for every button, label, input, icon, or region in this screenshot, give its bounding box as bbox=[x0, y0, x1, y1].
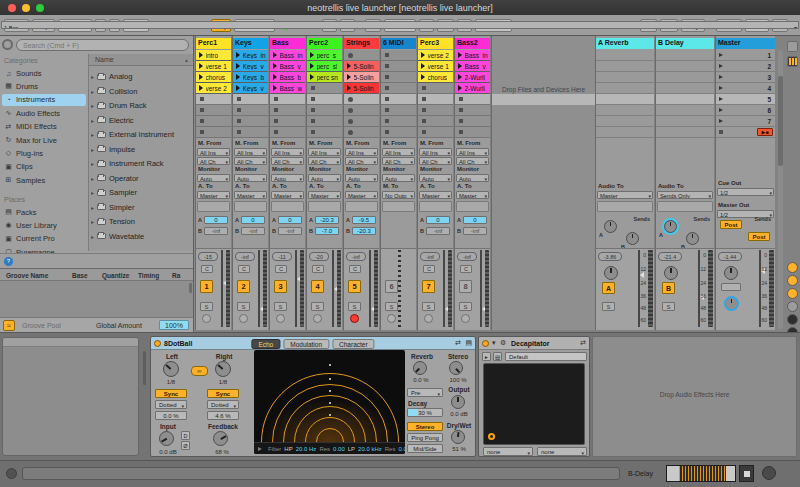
preset-prev-icon[interactable]: ▸ bbox=[482, 352, 491, 361]
send-value[interactable]: -inf bbox=[463, 227, 487, 235]
reverb-value[interactable]: 0.0 % bbox=[405, 377, 437, 383]
clip-slot[interactable]: Bass_v bbox=[270, 61, 305, 72]
clip-slot[interactable]: Bass_v bbox=[455, 61, 490, 72]
channel-routing-dropdown[interactable]: All Ch bbox=[271, 157, 304, 165]
solo-button[interactable]: S bbox=[348, 302, 361, 311]
clip-slot[interactable] bbox=[270, 127, 305, 138]
clip-stop-icon[interactable] bbox=[385, 53, 389, 57]
volume-readout[interactable]: -1.44 bbox=[718, 252, 742, 261]
right-sync-mode-dropdown[interactable]: Dotted bbox=[207, 400, 239, 409]
input-routing-dropdown[interactable]: All Ins bbox=[197, 148, 230, 156]
solo-button[interactable]: S bbox=[602, 302, 615, 311]
arm-button[interactable] bbox=[313, 314, 322, 323]
output-routing-dropdown[interactable]: No Outp bbox=[382, 191, 415, 199]
fader-handle[interactable] bbox=[640, 272, 644, 278]
track-header[interactable]: Perc2 bbox=[307, 38, 342, 49]
clip-slot[interactable] bbox=[381, 83, 416, 94]
clip-stop-icon[interactable] bbox=[385, 75, 389, 79]
clip-play-icon[interactable] bbox=[273, 52, 278, 58]
clip-stop-icon[interactable] bbox=[385, 86, 389, 90]
clip-slot[interactable] bbox=[381, 94, 416, 105]
scene-slot[interactable]: 2 bbox=[716, 61, 775, 72]
clip-slot[interactable] bbox=[344, 127, 379, 138]
clip-slot[interactable]: 5-Solin bbox=[344, 72, 379, 83]
left-time-value[interactable]: 1/8 bbox=[155, 379, 187, 385]
clip-slot[interactable]: 5-Solin bbox=[344, 61, 379, 72]
clip-stop-icon[interactable] bbox=[385, 119, 389, 123]
solo-button[interactable]: S bbox=[662, 302, 675, 311]
dry-wet-value[interactable]: 51 % bbox=[445, 446, 473, 452]
arm-button[interactable] bbox=[202, 314, 211, 323]
monitor-dropdown[interactable]: Auto bbox=[456, 174, 489, 182]
clip-slot[interactable]: 2-Wurli bbox=[455, 72, 490, 83]
search-input[interactable] bbox=[16, 39, 189, 51]
sidebar-item-packs[interactable]: ▤Packs bbox=[2, 206, 86, 218]
clip-slot[interactable]: chorus bbox=[418, 72, 453, 83]
echo-tunnel-display[interactable]: Filter HP 20.0 Hz Res 0.00 LP 20.0 kHz R… bbox=[254, 350, 405, 454]
scene-play-icon[interactable] bbox=[719, 75, 723, 79]
clip-slot[interactable]: Keys_v bbox=[233, 61, 268, 72]
track-activator[interactable]: 3 bbox=[274, 280, 287, 293]
volume-readout[interactable]: -15 bbox=[198, 252, 218, 261]
output-routing-dropdown[interactable]: Master bbox=[197, 191, 230, 199]
return-activator[interactable]: A bbox=[602, 282, 615, 294]
sort-asc-icon[interactable]: ▲ bbox=[184, 57, 189, 63]
input-routing-dropdown[interactable]: All Ins bbox=[456, 148, 489, 156]
left-offset-value[interactable]: 0.0 % bbox=[155, 411, 187, 420]
right-offset-value[interactable]: 4.6 % bbox=[207, 411, 239, 420]
clip-slot[interactable] bbox=[381, 61, 416, 72]
channel-routing-dropdown[interactable]: All Ch bbox=[456, 157, 489, 165]
reverb-position-dropdown[interactable]: Pre bbox=[407, 388, 443, 397]
clip-play-icon[interactable] bbox=[458, 85, 463, 91]
clip-slot[interactable] bbox=[418, 105, 453, 116]
volume-fader[interactable] bbox=[480, 250, 482, 327]
global-amount-value[interactable]: 100% bbox=[159, 320, 189, 330]
clip-stop-icon[interactable] bbox=[348, 108, 353, 113]
lp-freq-value[interactable]: 20.0 kHz bbox=[358, 446, 382, 452]
send-value[interactable]: -inf bbox=[241, 227, 265, 235]
help-icon[interactable]: ? bbox=[4, 257, 13, 266]
track-header[interactable]: 6 MIDI bbox=[381, 38, 416, 49]
browser-item-electric[interactable]: Electric bbox=[91, 114, 191, 127]
mode-ping-pong-button[interactable]: Ping Pong bbox=[407, 433, 443, 442]
clip-stop-icon[interactable] bbox=[274, 108, 278, 112]
browser-item-analog[interactable]: Analog bbox=[91, 70, 191, 83]
echo-tap-dot[interactable] bbox=[329, 390, 331, 392]
input-routing-dropdown[interactable]: All Ins bbox=[382, 148, 415, 156]
feedback-knob[interactable] bbox=[213, 431, 228, 446]
input-routing-dropdown[interactable]: All Ins bbox=[271, 148, 304, 156]
clip-slot[interactable]: Bass_w bbox=[270, 83, 305, 94]
clip-slot[interactable] bbox=[344, 50, 379, 61]
clip-slot[interactable]: verse 1 bbox=[196, 61, 231, 72]
mixer-sections-icon[interactable] bbox=[787, 56, 798, 67]
browser-item-external-instrument[interactable]: External Instrument bbox=[91, 128, 191, 141]
clip-stop-icon[interactable] bbox=[459, 130, 463, 134]
param1-dropdown[interactable]: none bbox=[483, 447, 533, 456]
cue-volume-box[interactable] bbox=[721, 283, 741, 291]
clip-slot[interactable]: Bass_in bbox=[270, 50, 305, 61]
volume-fader[interactable] bbox=[759, 250, 761, 327]
scene-play-icon[interactable] bbox=[719, 119, 723, 123]
sidebar-item-user-library[interactable]: ◉User Library bbox=[2, 219, 86, 231]
clip-slot[interactable]: intro bbox=[196, 50, 231, 61]
clip-slot[interactable] bbox=[307, 116, 342, 127]
monitor-dropdown[interactable]: Auto bbox=[308, 174, 341, 182]
clip-play-icon[interactable] bbox=[236, 63, 241, 69]
dry-wet-knob[interactable] bbox=[451, 430, 465, 444]
quantization-menu[interactable]: 1 Bar bbox=[1, 21, 799, 29]
sidebar-item-sounds[interactable]: ♫Sounds bbox=[2, 67, 86, 79]
unfold-icon[interactable]: ▾ bbox=[492, 339, 496, 347]
clip-stop-icon[interactable] bbox=[200, 130, 204, 134]
sidebar-item-drums[interactable]: ▦Drums bbox=[2, 80, 86, 92]
clip-stop-icon[interactable] bbox=[200, 97, 204, 101]
browser-item-impulse[interactable]: Impulse bbox=[91, 143, 191, 156]
output-routing-dropdown[interactable]: Master bbox=[419, 191, 452, 199]
mode-mid-side-button[interactable]: Mid/Side bbox=[407, 444, 443, 453]
clip-stop-icon[interactable] bbox=[459, 108, 463, 112]
clip-play-icon[interactable] bbox=[310, 52, 315, 58]
clip-play-icon[interactable] bbox=[199, 85, 204, 91]
monitor-dropdown[interactable]: Auto bbox=[345, 174, 378, 182]
output-routing-dropdown[interactable]: Sends Only bbox=[657, 191, 713, 199]
clip-play-icon[interactable] bbox=[347, 74, 352, 80]
echo-tap-dot[interactable] bbox=[329, 364, 331, 366]
